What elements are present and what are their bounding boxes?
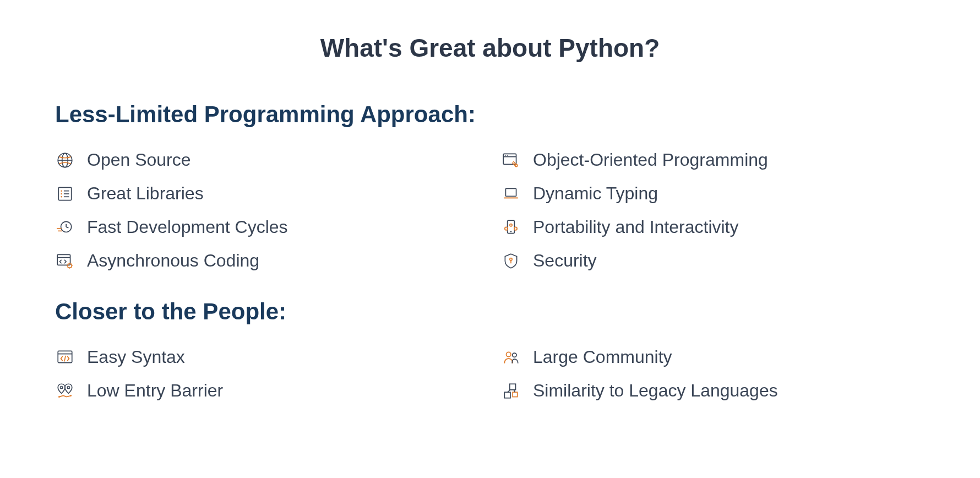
section-closer-to-people: Closer to the People: Easy Syntax Large …: [55, 298, 925, 401]
globe-icon: [55, 150, 75, 170]
feature-item: Dynamic Typing: [501, 183, 925, 204]
page-title: What's Great about Python?: [55, 33, 925, 63]
laptop-icon: [501, 184, 521, 204]
section-less-limited: Less-Limited Programming Approach: Open …: [55, 101, 925, 271]
blocks-icon: [501, 381, 521, 401]
feature-item: Object-Oriented Programming: [501, 150, 925, 170]
feature-label: Portability and Interactivity: [533, 217, 739, 237]
feature-label: Open Source: [87, 150, 191, 170]
feature-item: Security: [501, 251, 925, 271]
portable-device-icon: [501, 218, 521, 237]
map-pins-icon: [55, 381, 75, 401]
window-tool-icon: [501, 150, 521, 170]
feature-item: Low Entry Barrier: [55, 381, 479, 401]
list-box-icon: [55, 184, 75, 204]
shield-icon: [501, 251, 521, 271]
section-heading: Closer to the People:: [55, 298, 925, 325]
feature-label: Object-Oriented Programming: [533, 150, 768, 170]
section-heading: Less-Limited Programming Approach:: [55, 101, 925, 128]
feature-label: Low Entry Barrier: [87, 381, 223, 401]
feature-label: Easy Syntax: [87, 347, 185, 367]
feature-label: Security: [533, 251, 597, 271]
feature-label: Dynamic Typing: [533, 183, 658, 204]
feature-item: Great Libraries: [55, 183, 479, 204]
code-window-icon: [55, 347, 75, 367]
feature-item: Open Source: [55, 150, 479, 170]
clock-fast-icon: [55, 218, 75, 237]
feature-item: Similarity to Legacy Languages: [501, 381, 925, 401]
feature-item: Fast Development Cycles: [55, 217, 479, 237]
feature-item: Asynchronous Coding: [55, 251, 479, 271]
feature-item: Portability and Interactivity: [501, 217, 925, 237]
feature-label: Large Community: [533, 347, 672, 367]
feature-grid: Easy Syntax Large Community Low Entry Ba…: [55, 347, 925, 401]
people-icon: [501, 347, 521, 367]
feature-label: Fast Development Cycles: [87, 217, 288, 237]
feature-label: Great Libraries: [87, 183, 204, 204]
feature-label: Similarity to Legacy Languages: [533, 381, 778, 401]
code-gear-icon: [55, 251, 75, 271]
feature-item: Large Community: [501, 347, 925, 367]
feature-grid: Open Source Object-Oriented Programming …: [55, 150, 925, 271]
feature-label: Asynchronous Coding: [87, 251, 259, 271]
feature-item: Easy Syntax: [55, 347, 479, 367]
